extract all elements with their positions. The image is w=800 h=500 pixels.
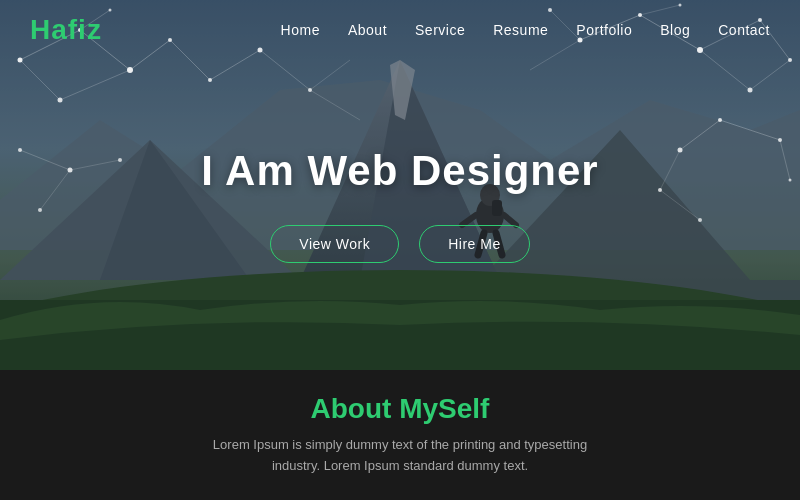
about-title-plain: About bbox=[311, 393, 392, 424]
nav-about[interactable]: About bbox=[348, 22, 387, 38]
about-description: Lorem Ipsum is simply dummy text of the … bbox=[213, 435, 587, 477]
nav-blog[interactable]: Blog bbox=[660, 22, 690, 38]
about-title: About MySelf bbox=[311, 393, 490, 425]
nav-portfolio[interactable]: Portfolio bbox=[576, 22, 632, 38]
about-title-accent: MySelf bbox=[399, 393, 489, 424]
about-desc-line1: Lorem Ipsum is simply dummy text of the … bbox=[213, 437, 587, 452]
hero-buttons: View Work Hire Me bbox=[270, 225, 529, 263]
logo[interactable]: Hafiz bbox=[30, 14, 102, 46]
nav-service[interactable]: Service bbox=[415, 22, 465, 38]
hero-title: I Am Web Designer bbox=[201, 147, 598, 195]
navigation: Home About Service Resume Portfolio Blog… bbox=[281, 22, 770, 38]
hire-me-button[interactable]: Hire Me bbox=[419, 225, 530, 263]
header: Hafiz Home About Service Resume Portfoli… bbox=[0, 0, 800, 60]
about-section: About MySelf Lorem Ipsum is simply dummy… bbox=[0, 370, 800, 500]
nav-home[interactable]: Home bbox=[281, 22, 320, 38]
nav-contact[interactable]: Contact bbox=[718, 22, 770, 38]
nav-resume[interactable]: Resume bbox=[493, 22, 548, 38]
about-desc-line2: industry. Lorem Ipsum standard dummy tex… bbox=[272, 458, 528, 473]
view-work-button[interactable]: View Work bbox=[270, 225, 399, 263]
